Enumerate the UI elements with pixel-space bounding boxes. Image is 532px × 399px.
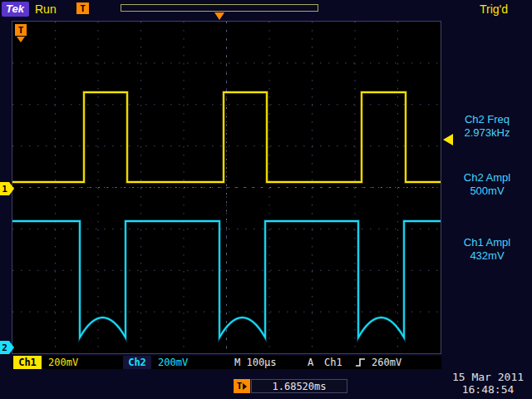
oscilloscope-screen: Tek Run T Trig'd T 1 2 Ch2 Freq 2.973kHz… [0,0,532,399]
measurement-value: 432mV [444,249,530,263]
ch1-marker-label: 1 [0,182,9,195]
waveform-display [12,22,441,353]
rising-edge-icon [355,357,367,371]
measurement-ch2-ampl: Ch2 Ampl 500mV [444,171,530,198]
trigger-time-icon: T [234,379,250,393]
ch2-ground-marker: 2 [0,341,14,354]
measurement-ch1-ampl: Ch1 Ampl 432mV [444,236,530,263]
ch1-scale: 200mV [48,356,78,369]
tek-logo: Tek [2,2,29,17]
trigger-status: Trig'd [480,2,508,16]
trigger-flag-arrow-icon [17,37,25,42]
datetime: 15 Mar 2011 16:48:54 [446,371,530,396]
trigger-time-marker: T [237,381,243,392]
measurement-value: 2.973kHz [444,126,530,140]
measurement-ch2-freq: Ch2 Freq 2.973kHz [444,113,530,140]
readout-bar: Ch1 200mV Ch2 200mV M 100µs A Ch1 260mV [12,356,441,369]
record-view-bar [121,4,318,12]
graticule: T [12,21,441,354]
ch1-marker-arrow-icon [9,182,14,195]
time-label: 16:48:54 [446,383,530,396]
measurement-label: Ch1 Ampl [444,236,530,249]
trigger-time-value: 1.68520ms [251,379,347,393]
trigger-source-readout: Ch1 [324,356,342,369]
ch2-marker-label: 2 [0,341,9,354]
acquisition-state: Run [35,2,57,16]
trigger-flag-icon: T [15,24,27,36]
right-arrow-icon [243,383,247,390]
measurement-value: 500mV [444,185,530,198]
measurement-label: Ch2 Freq [444,113,530,126]
date-label: 15 Mar 2011 [446,371,530,383]
ch2-marker-arrow-icon [9,341,14,354]
ch1-ground-marker: 1 [0,182,14,195]
ch2-badge: Ch2 [123,356,151,369]
ch2-scale: 200mV [158,356,188,369]
trigger-marker-icon: T [76,2,89,14]
ch1-badge: Ch1 [13,356,42,369]
trigger-mode-readout: A [308,356,313,369]
timebase-readout: M 100µs [234,356,277,369]
measurement-label: Ch2 Ampl [444,171,530,185]
trigger-position-arrow-icon [214,12,224,20]
trigger-level-readout: 260mV [372,356,401,369]
